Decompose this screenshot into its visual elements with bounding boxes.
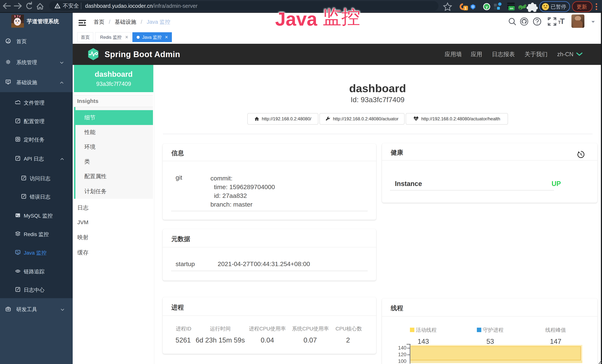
svg-text:1: 1: [465, 6, 467, 10]
svg-text:已暂停: 已暂停: [551, 4, 566, 10]
svg-text:更新: 更新: [577, 4, 587, 10]
svg-text:y: y: [485, 5, 488, 9]
svg-text:on: on: [510, 7, 513, 10]
svg-text:T: T: [558, 20, 561, 25]
